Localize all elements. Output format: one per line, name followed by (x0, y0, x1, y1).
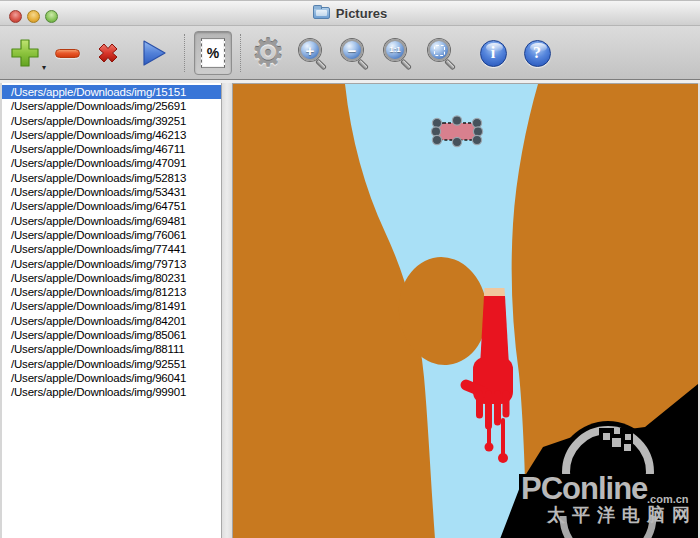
image-canvas[interactable]: PConline .com.cn 太平洋电脑网 (232, 83, 698, 538)
help-button[interactable]: ? (521, 26, 553, 80)
file-list-item[interactable]: /Users/apple/Downloads/img/79713 (2, 257, 221, 271)
settings-button[interactable]: ⚙ (250, 26, 286, 80)
file-path: /Users/apple/Downloads/img/69481 (11, 215, 186, 227)
file-path: /Users/apple/Downloads/img/81491 (11, 300, 186, 312)
toolbar: ▾ % ⚙ (0, 26, 700, 80)
toolbar-separator (240, 34, 241, 72)
selection-handle[interactable] (472, 118, 481, 127)
zoom-in-button[interactable]: + (297, 26, 329, 80)
remove-button[interactable] (52, 26, 82, 80)
file-path: /Users/apple/Downloads/img/64751 (11, 200, 186, 212)
file-path: /Users/apple/Downloads/img/80231 (11, 272, 186, 284)
file-list-item[interactable]: /Users/apple/Downloads/img/52813 (2, 171, 221, 185)
file-list-item[interactable]: /Users/apple/Downloads/img/77441 (2, 242, 221, 256)
selection-handle[interactable] (473, 127, 482, 136)
titlebar: Pictures (0, 0, 700, 26)
app-window: Pictures ▾ (0, 0, 700, 538)
file-list-item[interactable]: /Users/apple/Downloads/img/96041 (2, 371, 221, 385)
file-list-item[interactable]: /Users/apple/Downloads/img/15151 (2, 85, 221, 99)
file-list-item[interactable]: /Users/apple/Downloads/img/88111 (2, 342, 221, 356)
file-path: /Users/apple/Downloads/img/96041 (11, 372, 186, 384)
file-list-item[interactable]: /Users/apple/Downloads/img/64751 (2, 199, 221, 213)
file-list-item[interactable]: /Users/apple/Downloads/img/84201 (2, 314, 221, 328)
file-path: /Users/apple/Downloads/img/84201 (11, 315, 186, 327)
file-path: /Users/apple/Downloads/img/15151 (11, 86, 186, 98)
file-list-item[interactable]: /Users/apple/Downloads/img/25691 (2, 99, 221, 113)
file-list-item[interactable]: /Users/apple/Downloads/img/92551 (2, 357, 221, 371)
file-list-item[interactable]: /Users/apple/Downloads/img/80231 (2, 271, 221, 285)
selection-handle[interactable] (432, 135, 441, 144)
content-area: /Users/apple/Downloads/img/15151 /Users/… (0, 80, 700, 538)
selected-object-group (431, 116, 482, 147)
file-list-item[interactable]: /Users/apple/Downloads/img/99901 (2, 385, 221, 399)
help-icon: ? (524, 40, 551, 67)
play-icon (140, 38, 168, 68)
toolbar-separator (184, 34, 185, 72)
watermark-brand-text: PConline (521, 471, 648, 506)
minus-icon (55, 49, 80, 58)
selection-handle[interactable] (431, 127, 440, 136)
file-list-item[interactable]: /Users/apple/Downloads/img/76061 (2, 228, 221, 242)
file-path: /Users/apple/Downloads/img/77441 (11, 243, 186, 255)
selection-handle[interactable] (472, 135, 481, 144)
file-path: /Users/apple/Downloads/img/76061 (11, 229, 186, 241)
file-list-item[interactable]: /Users/apple/Downloads/img/81213 (2, 285, 221, 299)
info-button[interactable]: i (477, 26, 509, 80)
zoom-fit-button[interactable] (426, 26, 458, 80)
watermark-chinese-text: 太平洋电脑网 (546, 504, 697, 525)
title-group: Pictures (0, 1, 700, 25)
zoom-in-icon: + (298, 37, 328, 69)
file-list-item[interactable]: /Users/apple/Downloads/img/47091 (2, 156, 221, 170)
file-path: /Users/apple/Downloads/img/85061 (11, 329, 186, 341)
file-path: /Users/apple/Downloads/img/39251 (11, 115, 186, 127)
file-path: /Users/apple/Downloads/img/53431 (11, 186, 186, 198)
file-list-item[interactable]: /Users/apple/Downloads/img/39251 (2, 114, 221, 128)
zoom-fit-icon (427, 37, 457, 69)
percent-zoom-button[interactable]: % (194, 31, 232, 75)
file-path: /Users/apple/Downloads/img/92551 (11, 358, 186, 370)
dropdown-caret-icon: ▾ (42, 64, 46, 72)
percent-icon: % (201, 38, 225, 68)
file-list-item[interactable]: /Users/apple/Downloads/img/46213 (2, 128, 221, 142)
zoom-actual-button[interactable]: 1:1 (382, 26, 414, 80)
info-icon: i (480, 40, 507, 67)
delete-button[interactable] (92, 26, 124, 80)
selection-handle[interactable] (452, 137, 461, 146)
file-path: /Users/apple/Downloads/img/25691 (11, 100, 186, 112)
zoom-out-icon: − (340, 37, 370, 69)
plus-icon (10, 38, 40, 68)
window-title: Pictures (336, 6, 387, 21)
zoom-actual-icon: 1:1 (383, 37, 413, 69)
file-path: /Users/apple/Downloads/img/46213 (11, 129, 186, 141)
folder-icon (313, 7, 330, 19)
file-path: /Users/apple/Downloads/img/79713 (11, 258, 186, 270)
file-path: /Users/apple/Downloads/img/88111 (11, 343, 184, 355)
watermark-domain-text: .com.cn (647, 493, 689, 505)
file-path: /Users/apple/Downloads/img/46711 (11, 143, 185, 155)
wrist-skin-band (484, 288, 505, 296)
file-list-item[interactable]: /Users/apple/Downloads/img/46711 (2, 142, 221, 156)
file-list-item[interactable]: /Users/apple/Downloads/img/69481 (2, 214, 221, 228)
x-icon (93, 38, 123, 68)
selection-handle[interactable] (432, 118, 441, 127)
file-path: /Users/apple/Downloads/img/81213 (11, 286, 186, 298)
panel-divider[interactable] (222, 83, 232, 538)
file-path: /Users/apple/Downloads/img/99901 (11, 386, 186, 398)
gear-icon: ⚙ (251, 34, 285, 72)
file-path: /Users/apple/Downloads/img/52813 (11, 172, 186, 184)
illustration: PConline .com.cn 太平洋电脑网 (233, 84, 698, 538)
file-path: /Users/apple/Downloads/img/47091 (11, 157, 186, 169)
play-button[interactable] (138, 26, 170, 80)
file-list[interactable]: /Users/apple/Downloads/img/15151 /Users/… (0, 83, 222, 538)
file-list-item[interactable]: /Users/apple/Downloads/img/53431 (2, 185, 221, 199)
add-button[interactable]: ▾ (6, 26, 44, 80)
file-list-item[interactable]: /Users/apple/Downloads/img/81491 (2, 299, 221, 313)
file-list-item[interactable]: /Users/apple/Downloads/img/85061 (2, 328, 221, 342)
selection-handle[interactable] (452, 116, 461, 125)
zoom-out-button[interactable]: − (339, 26, 371, 80)
